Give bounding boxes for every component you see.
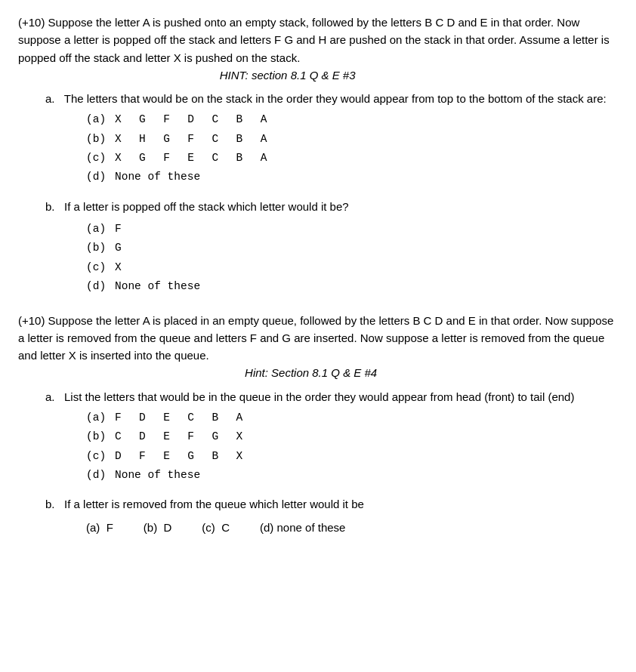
question-2: (+10) Suppose the letter A is placed in … xyxy=(18,312,618,534)
list-item: (a) F D E C B A xyxy=(86,408,618,427)
q2-options-b: (a) F (b) D (c) C (d) none of these xyxy=(86,521,618,534)
list-item: (c) X G F E C B A xyxy=(86,149,618,168)
list-item: (a) F xyxy=(86,220,618,239)
q1-sub-a: a. The letters that would be on the stac… xyxy=(45,90,618,107)
list-item: (d) None of these xyxy=(86,277,618,296)
list-item: (b) G xyxy=(86,239,618,257)
list-item: (a) F xyxy=(86,521,113,534)
question-1: (+10) Suppose the letter A is pushed ont… xyxy=(18,14,618,297)
q2-sub-b: b. If a letter is removed from the queue… xyxy=(45,495,618,513)
q2-options-a: (a) F D E C B A (b) C D E F G X (c) D F … xyxy=(86,408,618,486)
list-item: (d) none of these xyxy=(260,521,345,534)
list-item: (c) C xyxy=(202,521,230,534)
list-item: (d) None of these xyxy=(86,466,618,485)
list-item: (b) X H G F C B A xyxy=(86,130,618,149)
q1-options-a: (a) X G F D C B A (b) X H G F C B A (c) … xyxy=(86,110,618,187)
q1-options-b: (a) F (b) G (c) X (d) None of these xyxy=(86,220,618,297)
q1-intro: (+10) Suppose the letter A is pushed ont… xyxy=(18,14,618,84)
list-item: (d) None of these xyxy=(86,168,618,186)
list-item: (a) X G F D C B A xyxy=(86,110,618,129)
list-item: (c) X xyxy=(86,258,618,277)
q2-sub-a: a. List the letters that would be in the… xyxy=(45,388,618,405)
list-item: (b) C D E F G X xyxy=(86,427,618,446)
list-item: (c) D F E G B X xyxy=(86,447,618,466)
q2-intro: (+10) Suppose the letter A is placed in … xyxy=(18,312,618,382)
q1-sub-b: b. If a letter is popped off the stack w… xyxy=(45,198,618,215)
list-item: (b) D xyxy=(144,521,172,534)
